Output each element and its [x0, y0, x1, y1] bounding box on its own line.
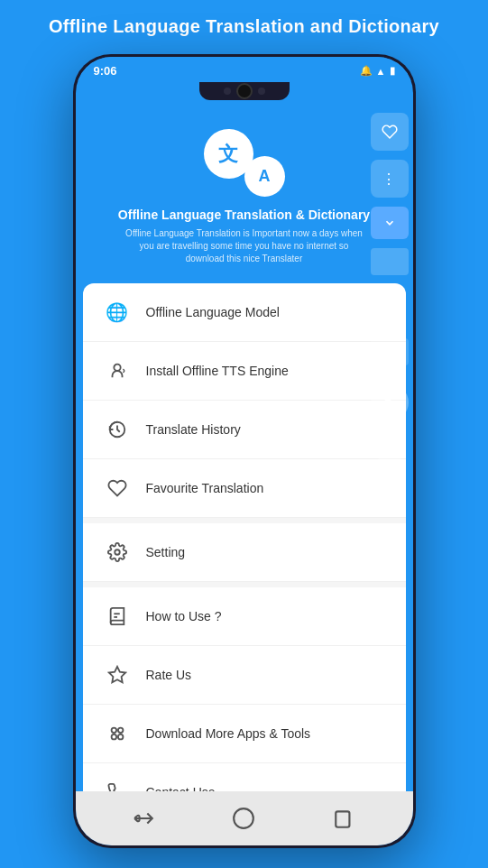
wifi-icon: ▲	[376, 66, 386, 77]
favourite-button[interactable]	[371, 113, 409, 151]
svg-point-7	[117, 728, 122, 734]
menu-item-setting[interactable]: Setting	[83, 523, 406, 582]
send-button[interactable]	[371, 383, 409, 421]
menu-item-download-apps[interactable]: Download More Apps & Tools	[83, 705, 406, 763]
menu-item-install-tts[interactable]: Install Offline TTS Engine	[83, 342, 406, 401]
svg-point-0	[114, 365, 120, 371]
svg-point-9	[117, 734, 122, 740]
svg-point-6	[111, 728, 116, 734]
app-logo-desc: Offline Language Translation is Importan…	[94, 227, 395, 265]
svg-rect-12	[336, 811, 349, 826]
recent-button[interactable]	[328, 802, 361, 835]
more-options-button[interactable]: ⋮	[371, 160, 409, 198]
menu-label-setting: Setting	[146, 545, 186, 559]
app-content: 文 A Offline Language Translation & Dicti…	[76, 102, 413, 791]
bottom-nav	[76, 791, 413, 845]
phone-frame: 9:06 🔔 ▲ ▮ 文 A Offline Language Translat…	[73, 54, 416, 848]
logo-circle-chinese: 文	[204, 129, 253, 179]
app-logo-title: Offline Language Translation & Dictionar…	[118, 208, 370, 222]
heart-icon	[101, 472, 134, 504]
menu-label-install-tts: Install Offline TTS Engine	[146, 364, 289, 378]
menu-label-contact: Contact Use	[146, 785, 216, 791]
menu-item-contact[interactable]: Contact Use	[83, 763, 406, 791]
translation-field	[371, 338, 409, 365]
menu-label-favourite: Favourite Translation	[146, 481, 264, 495]
gear-icon	[101, 536, 134, 568]
globe-icon: 🌐	[101, 296, 134, 328]
logo-circles: 文 A	[204, 129, 285, 197]
menu-item-rate-us[interactable]: Rate Us	[83, 646, 406, 705]
svg-point-2	[115, 549, 120, 555]
menu-item-offline-model[interactable]: 🌐 Offline Language Model	[83, 283, 406, 342]
close-button[interactable]: ✕	[373, 430, 406, 463]
svg-point-8	[111, 734, 116, 740]
status-time: 9:06	[94, 64, 117, 78]
menu-item-favourite[interactable]: Favourite Translation	[83, 459, 406, 518]
tts-icon	[101, 355, 134, 387]
menu-label-download-apps: Download More Apps & Tools	[146, 726, 311, 741]
lang-input-field[interactable]	[371, 248, 409, 275]
menu-label-rate-us: Rate Us	[146, 668, 192, 682]
apps-icon	[101, 717, 134, 750]
status-icons: 🔔 ▲ ▮	[360, 65, 395, 77]
back-button[interactable]	[127, 802, 160, 835]
battery-icon: ▮	[390, 65, 395, 77]
menu-container: 🌐 Offline Language Model Install Offline…	[83, 283, 406, 791]
phone-inner: 9:06 🔔 ▲ ▮ 文 A Offline Language Translat…	[76, 57, 413, 845]
phone-icon	[101, 776, 134, 791]
camera-notch	[199, 82, 290, 100]
sensor	[258, 88, 265, 95]
alarm-icon: 🔔	[360, 65, 373, 77]
menu-label-translate-history: Translate History	[146, 422, 241, 437]
book-icon	[101, 600, 134, 633]
svg-marker-5	[108, 667, 124, 682]
svg-point-11	[235, 808, 254, 828]
speaker	[224, 88, 231, 95]
menu-label-offline-model: Offline Language Model	[146, 305, 280, 319]
menu-item-translate-history[interactable]: Translate History	[83, 401, 406, 459]
camera-lens	[236, 83, 253, 99]
home-button[interactable]	[227, 802, 260, 835]
page-title: Offline Language Translation and Diction…	[0, 0, 488, 48]
svg-marker-10	[384, 396, 394, 409]
star-icon	[101, 659, 134, 691]
menu-item-how-to-use[interactable]: How to Use ?	[83, 587, 406, 646]
right-panel: ⋮ ✕	[366, 102, 413, 474]
logo-section: 文 A Offline Language Translation & Dicti…	[76, 102, 413, 283]
history-icon	[101, 413, 134, 446]
status-bar: 9:06 🔔 ▲ ▮	[76, 57, 413, 81]
language-dropdown-button[interactable]	[371, 207, 409, 239]
menu-label-how-to-use: How to Use ?	[146, 609, 222, 623]
